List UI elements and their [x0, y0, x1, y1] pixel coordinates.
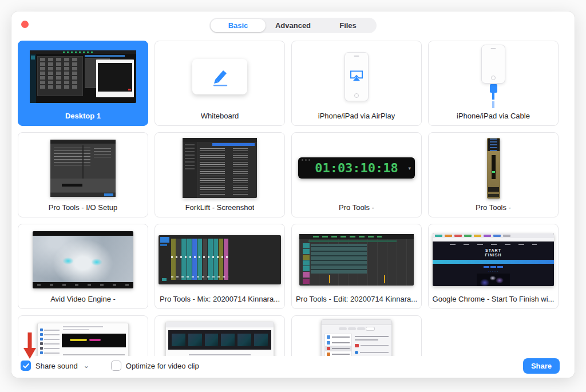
tile-label: Pro Tools - Edit: 20200714 Kinnara... — [296, 295, 417, 303]
tile-label: Whiteboard — [201, 112, 239, 120]
whiteboard-thumbnail — [192, 59, 247, 94]
tab-files[interactable]: Files — [320, 19, 375, 32]
share-source-grid: Desktop 1 Whiteboard — [18, 41, 559, 378]
cable-icon — [481, 45, 505, 108]
tab-advanced[interactable]: Advanced — [266, 19, 320, 32]
tile-protools-timecode[interactable]: 01:03:10:18 ▾ Pro Tools - — [291, 132, 422, 217]
tile-iphone-cable[interactable]: iPhone/iPad via Cable — [428, 41, 559, 126]
tile-forklift[interactable]: ForkLift - Screenshot — [155, 132, 285, 217]
hero-text-line1: START — [433, 248, 554, 253]
close-button[interactable] — [21, 21, 29, 28]
tile-label: Avid Video Engine - — [50, 295, 116, 303]
tile-label: Pro Tools - — [476, 203, 511, 212]
tile-google-chrome[interactable]: START FINISH · · · · · · Google Chrome -… — [428, 224, 559, 309]
check-icon — [23, 363, 29, 369]
tab-bar: Basic Advanced Files — [209, 18, 377, 33]
tile-label: ForkLift - Screenshot — [185, 203, 255, 212]
mix-window-thumbnail — [159, 235, 281, 284]
timecode-readout: 01:03:10:18 — [315, 161, 398, 175]
edit-window-thumbnail — [299, 234, 414, 286]
arrow-down-annotation — [23, 332, 37, 360]
tile-desktop-1[interactable]: Desktop 1 — [18, 41, 148, 126]
tile-label: Desktop 1 — [65, 112, 101, 120]
io-setup-thumbnail — [50, 140, 116, 197]
forklift-thumbnail — [183, 138, 257, 198]
pencil-icon — [208, 67, 231, 86]
chevron-down-icon[interactable]: ⌄ — [84, 364, 89, 367]
tile-iphone-airplay[interactable]: iPhone/iPad via AirPlay — [291, 41, 422, 126]
desktop-thumbnail — [30, 50, 136, 103]
share-sound-label: Share sound — [35, 362, 78, 370]
tile-label: Pro Tools - Mix: 20200714 Kinnara... — [160, 295, 280, 303]
optimize-video-label: Optimize for video clip — [126, 362, 199, 370]
tile-avid-video-engine[interactable]: Avid Video Engine - — [18, 224, 148, 309]
tile-label: Google Chrome - Start To Finish wi... — [433, 295, 555, 303]
airplay-icon — [350, 70, 363, 82]
tile-protools-io-setup[interactable]: Pro Tools - I/O Setup — [18, 132, 148, 217]
video-thumbnail — [33, 231, 133, 288]
tile-label: iPhone/iPad via Cable — [457, 112, 530, 120]
share-button[interactable]: Share — [523, 358, 560, 374]
tile-protools-edit[interactable]: Pro Tools - Edit: 20200714 Kinnara... — [291, 224, 422, 309]
tile-label: Pro Tools - I/O Setup — [49, 203, 117, 212]
tile-protools-strip[interactable]: Pro Tools - — [428, 132, 559, 217]
browser-thumbnail: START FINISH · · · · · · — [433, 233, 554, 286]
phone-icon — [345, 52, 369, 101]
tile-label: iPhone/iPad via AirPlay — [318, 112, 395, 120]
share-sound-checkbox[interactable] — [21, 361, 31, 371]
chevron-down-icon: ▾ — [408, 165, 411, 171]
footer-bar: Share sound ⌄ Optimize for video clip Sh… — [11, 356, 575, 378]
tile-label: Pro Tools - — [339, 203, 374, 212]
tab-basic[interactable]: Basic — [211, 19, 266, 32]
optimize-video-checkbox[interactable] — [111, 361, 121, 371]
tile-whiteboard[interactable]: Whiteboard — [155, 41, 285, 126]
hero-text-line2: FINISH — [433, 253, 554, 258]
timecode-window-thumbnail: 01:03:10:18 ▾ — [298, 157, 415, 179]
channel-strip-thumbnail — [487, 138, 500, 199]
share-picker-window: Basic Advanced Files Desktop 1 — [11, 11, 575, 378]
tile-protools-mix[interactable]: Pro Tools - Mix: 20200714 Kinnara... — [155, 224, 285, 309]
